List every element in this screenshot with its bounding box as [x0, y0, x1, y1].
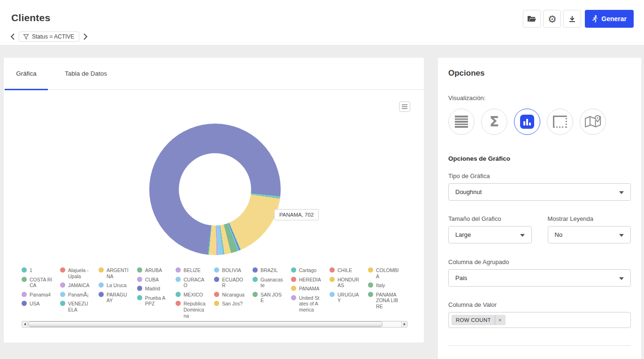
scroll-left-button[interactable] [22, 321, 28, 327]
legend-dot [214, 267, 219, 273]
viz-rows-button[interactable] [448, 109, 475, 135]
legend-item: Nicaragua [214, 292, 245, 298]
legend-item: ECUADOR [214, 277, 245, 289]
visualization-label: Visualización: [448, 94, 631, 101]
settings-button[interactable]: ⚙ [543, 10, 561, 28]
legend-item: La Uruca [99, 282, 130, 289]
legend-dot [368, 267, 373, 273]
filter-next-button[interactable] [82, 32, 89, 41]
folder-open-icon [527, 15, 537, 23]
legend-label: PARAGUAY [107, 292, 130, 304]
chart-type-value: Doughnut [455, 188, 482, 195]
filter-prev-button[interactable] [9, 32, 16, 41]
legend-label: Alajuela - Upala [68, 267, 91, 279]
legend-dot [214, 277, 219, 282]
legend-column: BRAZILGuanacasteSAN JOSE [253, 267, 284, 322]
legend-column: ARUBACUBAMadridPrueba APPZ [137, 267, 168, 322]
options-title: Opciones [448, 69, 631, 78]
legend-item: Alajuela - Upala [60, 267, 91, 279]
tab-grafica[interactable]: Gráfica [5, 70, 48, 89]
legend-item: ARUBA [137, 267, 168, 273]
toolbar: ⚙ Generar [523, 10, 634, 28]
open-report-button[interactable] [523, 10, 541, 28]
legend-dot [22, 292, 27, 297]
legend-dot [330, 292, 335, 297]
chevron-down-icon [619, 277, 624, 280]
chart-options-title: Opciones de Gráfico [448, 155, 631, 162]
chart-context-menu-button[interactable] [399, 101, 410, 112]
viz-aggregate-button[interactable]: Σ [481, 109, 507, 135]
legend-dot [137, 277, 142, 282]
show-legend-select[interactable]: No [548, 226, 631, 243]
group-column-select[interactable]: Pais [448, 269, 631, 287]
legend-item: BELIZE [176, 267, 207, 273]
chart-size-select[interactable]: Large [448, 226, 532, 243]
legend-label: Italy [376, 282, 385, 289]
value-column-input[interactable]: ROW COUNT × [448, 312, 631, 328]
legend-dot [60, 282, 65, 288]
legend-label: San Jos? [222, 301, 243, 307]
legend-dot [60, 292, 65, 297]
divider [448, 345, 631, 346]
legend-item: PANAMA ZONA LIBRE [368, 292, 399, 310]
legend-label: VENEZUELA [68, 301, 91, 312]
legend-item: URUGUAY [330, 292, 360, 304]
legend-label: Guanacaste [261, 277, 284, 289]
legend-label: CHILE [337, 267, 352, 273]
legend-dot [368, 282, 373, 288]
funnel-icon [23, 34, 29, 40]
group-column-value: Pais [455, 274, 467, 281]
chip-remove-button[interactable]: × [495, 315, 506, 325]
legend-item: Madrid [137, 286, 168, 292]
viz-bar-chart-button[interactable] [514, 109, 540, 135]
legend-label: HEREDIA [299, 277, 321, 283]
run-icon [592, 15, 598, 23]
legend-item: HONDURAS [330, 277, 360, 289]
legend-item: 1 [22, 267, 53, 273]
legend-label: La Uruca [107, 282, 127, 289]
legend-label: CUBA [145, 277, 159, 283]
legend-dot [330, 267, 335, 273]
legend-scrollbar[interactable] [22, 321, 407, 328]
legend-item: PanamÃ¡ [60, 292, 91, 298]
legend-dot [253, 267, 258, 273]
legend-label: JAMAICA [68, 282, 90, 289]
legend-label: COLOMBIA [376, 267, 399, 279]
legend-item: COLOMBIA [368, 267, 399, 279]
filter-chip[interactable]: Status = ACTIVE [19, 31, 79, 42]
legend-item: COSTA RICA [22, 277, 53, 289]
show-legend-value: No [555, 231, 563, 238]
scrollbar-thumb[interactable] [28, 321, 383, 327]
legend-dot [214, 292, 219, 297]
legend-item: USA [22, 301, 53, 307]
scroll-right-button[interactable] [401, 321, 407, 327]
viz-map-button[interactable] [580, 109, 606, 135]
legend-column: BELIZECURACAOMEXICORepublica Dominicana [176, 267, 207, 322]
generate-button[interactable]: Generar [585, 10, 634, 28]
legend-item: JAMAICA [60, 282, 91, 289]
chevron-right-icon [84, 33, 87, 40]
legend-dot [368, 292, 373, 297]
legend-dot [291, 277, 296, 282]
chevron-down-icon [619, 191, 624, 194]
legend-item: ARGENTINA [99, 267, 130, 279]
legend-label: MEXICO [184, 292, 203, 298]
legend-label: Prueba APPZ [145, 295, 168, 307]
legend-item: BRAZIL [253, 267, 284, 273]
download-button[interactable] [563, 10, 581, 28]
legend-column: COLOMBIAItalyPANAMA ZONA LIBRE [368, 267, 399, 322]
legend-item: VENEZUELA [60, 301, 91, 312]
legend-column: 1COSTA RICAPanama4USA [22, 267, 53, 322]
legend-label: PANAMA [299, 286, 320, 292]
triangle-left-icon [24, 323, 26, 326]
legend-dot [214, 301, 219, 306]
chart-type-select[interactable]: Doughnut [448, 183, 631, 201]
legend-dot [60, 267, 65, 273]
legend-label: Panama4 [30, 292, 51, 298]
tab-tabla-de-datos[interactable]: Tabla de Datos [55, 70, 116, 89]
chevron-down-icon [520, 234, 525, 237]
viz-pivot-button[interactable] [547, 109, 573, 135]
legend-label: SAN JOSE [261, 292, 284, 304]
page-title: Clientes [11, 12, 50, 23]
legend-column: CHILEHONDURASURUGUAY [330, 267, 360, 322]
